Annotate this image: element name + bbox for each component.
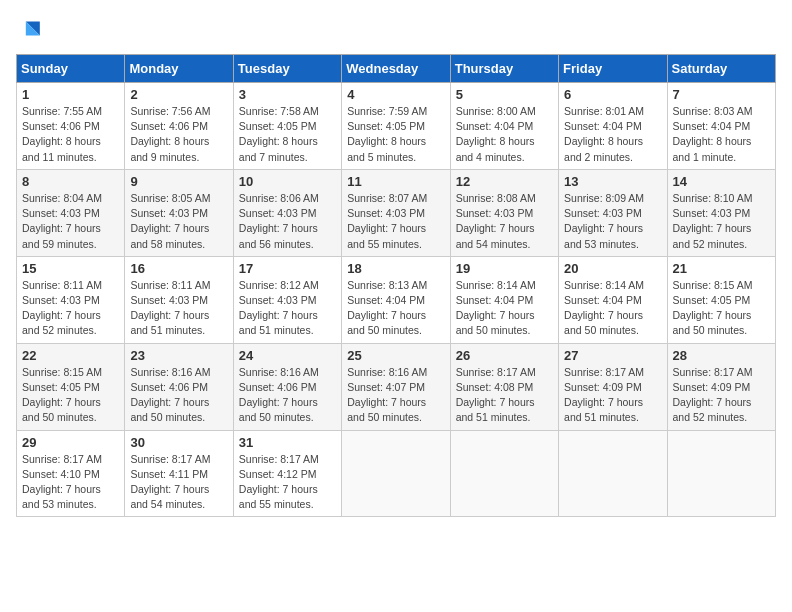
- day-info: Sunrise: 8:01 AM Sunset: 4:04 PM Dayligh…: [564, 104, 661, 165]
- calendar-day-cell: 7Sunrise: 8:03 AM Sunset: 4:04 PM Daylig…: [667, 83, 775, 170]
- day-number: 25: [347, 348, 444, 363]
- day-info: Sunrise: 8:17 AM Sunset: 4:09 PM Dayligh…: [564, 365, 661, 426]
- day-info: Sunrise: 8:14 AM Sunset: 4:04 PM Dayligh…: [564, 278, 661, 339]
- calendar-day-cell: 21Sunrise: 8:15 AM Sunset: 4:05 PM Dayli…: [667, 256, 775, 343]
- day-info: Sunrise: 8:09 AM Sunset: 4:03 PM Dayligh…: [564, 191, 661, 252]
- day-number: 2: [130, 87, 227, 102]
- day-info: Sunrise: 7:59 AM Sunset: 4:05 PM Dayligh…: [347, 104, 444, 165]
- calendar-body: 1Sunrise: 7:55 AM Sunset: 4:06 PM Daylig…: [17, 83, 776, 517]
- calendar-day-cell: 12Sunrise: 8:08 AM Sunset: 4:03 PM Dayli…: [450, 169, 558, 256]
- calendar-day-cell: 2Sunrise: 7:56 AM Sunset: 4:06 PM Daylig…: [125, 83, 233, 170]
- day-number: 29: [22, 435, 119, 450]
- day-number: 20: [564, 261, 661, 276]
- calendar-day-cell: 1Sunrise: 7:55 AM Sunset: 4:06 PM Daylig…: [17, 83, 125, 170]
- day-number: 27: [564, 348, 661, 363]
- logo: [16, 16, 48, 44]
- day-number: 5: [456, 87, 553, 102]
- day-info: Sunrise: 8:12 AM Sunset: 4:03 PM Dayligh…: [239, 278, 336, 339]
- calendar-day-cell: 11Sunrise: 8:07 AM Sunset: 4:03 PM Dayli…: [342, 169, 450, 256]
- calendar-day-cell: 15Sunrise: 8:11 AM Sunset: 4:03 PM Dayli…: [17, 256, 125, 343]
- day-info: Sunrise: 8:13 AM Sunset: 4:04 PM Dayligh…: [347, 278, 444, 339]
- day-number: 11: [347, 174, 444, 189]
- calendar-day-cell: 4Sunrise: 7:59 AM Sunset: 4:05 PM Daylig…: [342, 83, 450, 170]
- day-number: 6: [564, 87, 661, 102]
- day-info: Sunrise: 8:03 AM Sunset: 4:04 PM Dayligh…: [673, 104, 770, 165]
- day-info: Sunrise: 8:17 AM Sunset: 4:12 PM Dayligh…: [239, 452, 336, 513]
- logo-icon: [16, 16, 44, 44]
- calendar-day-cell: 30Sunrise: 8:17 AM Sunset: 4:11 PM Dayli…: [125, 430, 233, 517]
- page-header: [16, 16, 776, 44]
- calendar-table: SundayMondayTuesdayWednesdayThursdayFrid…: [16, 54, 776, 517]
- day-info: Sunrise: 8:16 AM Sunset: 4:07 PM Dayligh…: [347, 365, 444, 426]
- calendar-day-cell: 25Sunrise: 8:16 AM Sunset: 4:07 PM Dayli…: [342, 343, 450, 430]
- weekday-label: Sunday: [17, 55, 125, 83]
- day-info: Sunrise: 8:16 AM Sunset: 4:06 PM Dayligh…: [130, 365, 227, 426]
- day-info: Sunrise: 8:10 AM Sunset: 4:03 PM Dayligh…: [673, 191, 770, 252]
- calendar-day-cell: [667, 430, 775, 517]
- calendar-day-cell: 28Sunrise: 8:17 AM Sunset: 4:09 PM Dayli…: [667, 343, 775, 430]
- day-info: Sunrise: 8:14 AM Sunset: 4:04 PM Dayligh…: [456, 278, 553, 339]
- calendar-day-cell: 5Sunrise: 8:00 AM Sunset: 4:04 PM Daylig…: [450, 83, 558, 170]
- calendar-day-cell: [342, 430, 450, 517]
- day-number: 22: [22, 348, 119, 363]
- day-info: Sunrise: 8:05 AM Sunset: 4:03 PM Dayligh…: [130, 191, 227, 252]
- weekday-label: Wednesday: [342, 55, 450, 83]
- calendar-week-row: 1Sunrise: 7:55 AM Sunset: 4:06 PM Daylig…: [17, 83, 776, 170]
- calendar-day-cell: 14Sunrise: 8:10 AM Sunset: 4:03 PM Dayli…: [667, 169, 775, 256]
- day-number: 7: [673, 87, 770, 102]
- day-info: Sunrise: 8:06 AM Sunset: 4:03 PM Dayligh…: [239, 191, 336, 252]
- calendar-day-cell: 31Sunrise: 8:17 AM Sunset: 4:12 PM Dayli…: [233, 430, 341, 517]
- calendar-day-cell: 20Sunrise: 8:14 AM Sunset: 4:04 PM Dayli…: [559, 256, 667, 343]
- day-info: Sunrise: 8:16 AM Sunset: 4:06 PM Dayligh…: [239, 365, 336, 426]
- calendar-week-row: 29Sunrise: 8:17 AM Sunset: 4:10 PM Dayli…: [17, 430, 776, 517]
- calendar-day-cell: [450, 430, 558, 517]
- day-info: Sunrise: 7:56 AM Sunset: 4:06 PM Dayligh…: [130, 104, 227, 165]
- day-number: 4: [347, 87, 444, 102]
- day-number: 28: [673, 348, 770, 363]
- day-info: Sunrise: 8:04 AM Sunset: 4:03 PM Dayligh…: [22, 191, 119, 252]
- day-info: Sunrise: 8:11 AM Sunset: 4:03 PM Dayligh…: [22, 278, 119, 339]
- day-number: 16: [130, 261, 227, 276]
- calendar-day-cell: 17Sunrise: 8:12 AM Sunset: 4:03 PM Dayli…: [233, 256, 341, 343]
- day-number: 8: [22, 174, 119, 189]
- day-info: Sunrise: 8:17 AM Sunset: 4:08 PM Dayligh…: [456, 365, 553, 426]
- calendar-day-cell: 23Sunrise: 8:16 AM Sunset: 4:06 PM Dayli…: [125, 343, 233, 430]
- calendar-day-cell: 19Sunrise: 8:14 AM Sunset: 4:04 PM Dayli…: [450, 256, 558, 343]
- weekday-header-row: SundayMondayTuesdayWednesdayThursdayFrid…: [17, 55, 776, 83]
- calendar-day-cell: 27Sunrise: 8:17 AM Sunset: 4:09 PM Dayli…: [559, 343, 667, 430]
- day-info: Sunrise: 8:00 AM Sunset: 4:04 PM Dayligh…: [456, 104, 553, 165]
- day-number: 26: [456, 348, 553, 363]
- day-number: 21: [673, 261, 770, 276]
- calendar-day-cell: 16Sunrise: 8:11 AM Sunset: 4:03 PM Dayli…: [125, 256, 233, 343]
- calendar-week-row: 15Sunrise: 8:11 AM Sunset: 4:03 PM Dayli…: [17, 256, 776, 343]
- calendar-day-cell: 29Sunrise: 8:17 AM Sunset: 4:10 PM Dayli…: [17, 430, 125, 517]
- day-number: 31: [239, 435, 336, 450]
- day-number: 15: [22, 261, 119, 276]
- day-number: 17: [239, 261, 336, 276]
- day-number: 18: [347, 261, 444, 276]
- calendar-day-cell: 24Sunrise: 8:16 AM Sunset: 4:06 PM Dayli…: [233, 343, 341, 430]
- calendar-day-cell: 6Sunrise: 8:01 AM Sunset: 4:04 PM Daylig…: [559, 83, 667, 170]
- weekday-label: Friday: [559, 55, 667, 83]
- day-number: 12: [456, 174, 553, 189]
- calendar-day-cell: 10Sunrise: 8:06 AM Sunset: 4:03 PM Dayli…: [233, 169, 341, 256]
- calendar-day-cell: 18Sunrise: 8:13 AM Sunset: 4:04 PM Dayli…: [342, 256, 450, 343]
- weekday-label: Monday: [125, 55, 233, 83]
- day-number: 1: [22, 87, 119, 102]
- day-number: 9: [130, 174, 227, 189]
- day-info: Sunrise: 8:15 AM Sunset: 4:05 PM Dayligh…: [22, 365, 119, 426]
- day-number: 30: [130, 435, 227, 450]
- day-number: 24: [239, 348, 336, 363]
- calendar-day-cell: 26Sunrise: 8:17 AM Sunset: 4:08 PM Dayli…: [450, 343, 558, 430]
- day-number: 19: [456, 261, 553, 276]
- calendar-day-cell: 22Sunrise: 8:15 AM Sunset: 4:05 PM Dayli…: [17, 343, 125, 430]
- day-number: 23: [130, 348, 227, 363]
- day-info: Sunrise: 8:07 AM Sunset: 4:03 PM Dayligh…: [347, 191, 444, 252]
- day-number: 14: [673, 174, 770, 189]
- day-info: Sunrise: 8:08 AM Sunset: 4:03 PM Dayligh…: [456, 191, 553, 252]
- day-info: Sunrise: 8:15 AM Sunset: 4:05 PM Dayligh…: [673, 278, 770, 339]
- day-number: 13: [564, 174, 661, 189]
- calendar-day-cell: 8Sunrise: 8:04 AM Sunset: 4:03 PM Daylig…: [17, 169, 125, 256]
- day-info: Sunrise: 8:17 AM Sunset: 4:10 PM Dayligh…: [22, 452, 119, 513]
- calendar-day-cell: 3Sunrise: 7:58 AM Sunset: 4:05 PM Daylig…: [233, 83, 341, 170]
